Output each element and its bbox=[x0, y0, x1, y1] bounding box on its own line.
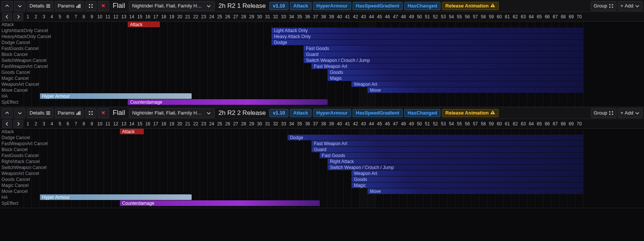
move-down-button[interactable] bbox=[14, 108, 25, 118]
timeline-bar-cancel[interactable]: Weapon Art bbox=[352, 81, 583, 87]
svg-rect-7 bbox=[492, 6, 493, 7]
timeline-bar-cancel[interactable]: Light Attack Only bbox=[272, 28, 583, 33]
next-button[interactable] bbox=[13, 13, 23, 21]
collapse-button[interactable] bbox=[85, 108, 96, 118]
timeline-bar-cancel[interactable]: Guard bbox=[312, 147, 583, 152]
timeline-bar-sp[interactable]: Counterdamage bbox=[128, 99, 328, 105]
timeline-bar-attack[interactable]: Attack bbox=[120, 129, 144, 134]
move-up-button[interactable] bbox=[1, 1, 13, 11]
track-label: WeaponArt Cancel bbox=[1, 82, 39, 87]
chevron-down-icon bbox=[635, 110, 640, 116]
timeline-bar-cancel[interactable]: Switch Weapon / Crouch / Jump bbox=[328, 165, 583, 170]
timeline-bar-cancel[interactable]: Guard bbox=[304, 51, 583, 57]
ruler-tick: 51 bbox=[424, 121, 431, 126]
ruler-tick: 54 bbox=[448, 14, 455, 19]
prev-button[interactable] bbox=[2, 13, 12, 21]
ruler-tick: 34 bbox=[288, 14, 295, 19]
weapon-select[interactable]: Nightrider Flail, Flail, Family Hea... bbox=[129, 1, 215, 11]
details-button[interactable]: Details bbox=[27, 108, 53, 118]
release-animation-tag[interactable]: Release Animation bbox=[442, 109, 499, 117]
frame-ruler: 1234567891011121314151617181920212223242… bbox=[0, 12, 644, 22]
track-row: HAHyper Armour bbox=[0, 93, 644, 99]
timeline-bar-cancel[interactable]: Dodge bbox=[272, 40, 583, 45]
track-label: Block Cancel bbox=[1, 52, 28, 57]
tag-haschanged[interactable]: HasChanged bbox=[404, 2, 440, 10]
move-up-button[interactable] bbox=[1, 108, 13, 118]
timeline-bar-cancel[interactable]: Dodge bbox=[288, 135, 583, 140]
tag-attack[interactable]: Attack bbox=[290, 2, 312, 10]
ruler-tick: 16 bbox=[144, 14, 152, 19]
group-button[interactable]: Group bbox=[591, 108, 616, 118]
timeline-bar-ha[interactable]: Hyper Armour bbox=[40, 93, 192, 99]
timeline-bar-cancel[interactable]: Magic bbox=[352, 182, 583, 188]
close-button[interactable]: ✕ bbox=[98, 108, 109, 118]
add-button[interactable]: + Add bbox=[618, 1, 643, 11]
ruler-tick: 60 bbox=[495, 121, 503, 126]
tag-attack[interactable]: Attack bbox=[290, 109, 312, 117]
ruler-tick: 17 bbox=[152, 14, 160, 19]
details-button[interactable]: Details bbox=[27, 1, 53, 11]
track-row: Magic CancelMagic bbox=[0, 75, 644, 81]
move-down-button[interactable] bbox=[14, 1, 25, 11]
ruler-tick: 37 bbox=[312, 121, 319, 126]
tag-hyperarmour[interactable]: HyperArmour bbox=[313, 2, 351, 10]
bar-label: Hyper Armour bbox=[42, 195, 70, 200]
tag-haschanged[interactable]: HasChanged bbox=[404, 109, 440, 117]
params-button[interactable]: Params bbox=[55, 1, 83, 11]
tag-hasspeedgradient[interactable]: HasSpeedGradient bbox=[353, 2, 403, 10]
timeline-bar-cancel[interactable]: Right Attack bbox=[328, 159, 583, 164]
track-label: SpEffect bbox=[1, 201, 18, 206]
timeline-bar-cancel[interactable]: Weapon Art bbox=[352, 170, 583, 176]
weapon-select[interactable]: Nightrider Flail, Flail, Family Hea... bbox=[129, 108, 215, 118]
collapse-button[interactable] bbox=[85, 1, 96, 11]
timeline-bar-cancel[interactable]: Goods bbox=[352, 176, 583, 182]
timeline-bar-cancel[interactable]: Fast Weapon Art bbox=[312, 63, 583, 69]
track-row: SpEffectCounterdamage bbox=[0, 99, 644, 105]
ruler-tick: 14 bbox=[128, 121, 136, 126]
ruler-tick: 45 bbox=[375, 14, 383, 19]
ruler-tick: 36 bbox=[304, 14, 312, 19]
timeline-bar-sp[interactable]: Counterdamage bbox=[120, 200, 320, 206]
params-button[interactable]: Params bbox=[55, 108, 83, 118]
add-button[interactable]: + Add bbox=[618, 108, 643, 118]
next-button[interactable] bbox=[13, 120, 23, 128]
ruler-tick: 52 bbox=[431, 121, 439, 126]
track-label: Dodge Cancel bbox=[1, 40, 30, 45]
timeline-bar-ha[interactable]: Hyper Armour bbox=[40, 194, 192, 200]
timeline-bar-cancel[interactable]: Goods bbox=[328, 69, 583, 75]
track-label: SpEffect bbox=[1, 100, 18, 105]
timeline-bar-cancel[interactable]: Heavy Attack Only bbox=[272, 34, 583, 39]
track-label: Dodge Cancel bbox=[1, 135, 30, 140]
prev-button[interactable] bbox=[2, 120, 12, 128]
close-button[interactable]: ✕ bbox=[98, 1, 109, 11]
timeline-bar-cancel[interactable]: Move bbox=[368, 87, 583, 93]
timeline-bar-cancel[interactable]: Switch Weapon / Crouch / Jump bbox=[304, 57, 583, 63]
ruler-tick: 18 bbox=[160, 14, 168, 19]
timeline-bar-cancel[interactable]: Fast Goods bbox=[320, 153, 583, 158]
timeline-bar-cancel[interactable]: Magic bbox=[328, 75, 583, 81]
ruler-tick: 64 bbox=[527, 14, 535, 19]
ruler-tick: 37 bbox=[312, 14, 319, 19]
tag-hyperarmour[interactable]: HyperArmour bbox=[313, 109, 351, 117]
ruler-tick: 19 bbox=[168, 121, 176, 126]
track-row: WeaponArt CancelWeapon Art bbox=[0, 170, 644, 176]
ruler-tick: 10 bbox=[96, 121, 104, 126]
bar-label: Goods bbox=[354, 177, 367, 182]
ruler-tick: 1 bbox=[24, 121, 32, 126]
timeline-bar-cancel[interactable]: Fast Goods bbox=[304, 46, 583, 51]
weapon-select-value: Nightrider Flail, Flail, Family Hea... bbox=[132, 3, 204, 9]
group-button[interactable]: Group bbox=[591, 1, 616, 11]
ruler-tick: 18 bbox=[160, 121, 168, 126]
track-label: Magic Cancel bbox=[1, 183, 29, 188]
timeline-bar-cancel[interactable]: Move bbox=[368, 188, 583, 194]
release-animation-tag[interactable]: Release Animation bbox=[442, 2, 499, 10]
release-animation-label: Release Animation bbox=[445, 110, 489, 116]
timeline-bar-attack[interactable]: Attack bbox=[128, 22, 160, 27]
ruler-tick: 38 bbox=[319, 121, 327, 126]
track-row: SwitchWeapon CancelSwitch Weapon / Crouc… bbox=[0, 57, 644, 63]
ruler-tick: 66 bbox=[543, 14, 551, 19]
tag-hasspeedgradient[interactable]: HasSpeedGradient bbox=[353, 109, 403, 117]
timeline-bar-cancel[interactable]: Fast Weapon Art bbox=[312, 141, 583, 146]
ruler-tick: 50 bbox=[415, 14, 423, 19]
ruler-tick: 70 bbox=[575, 14, 583, 19]
